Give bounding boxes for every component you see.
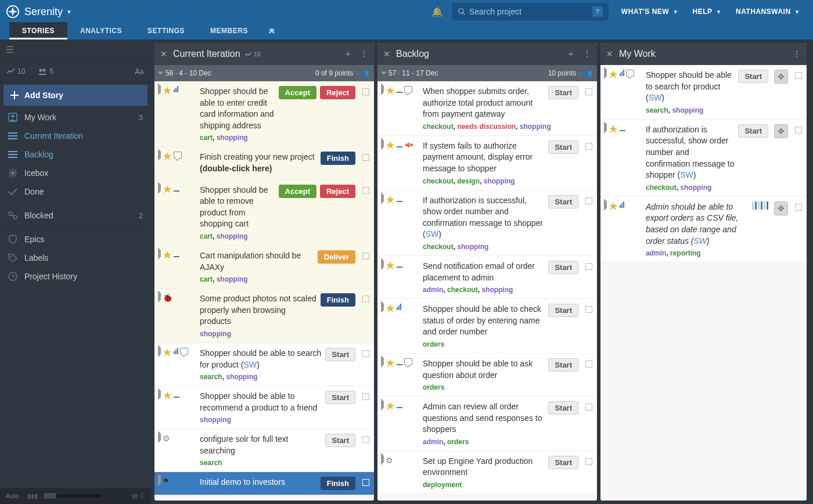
expand-icon[interactable] xyxy=(381,138,384,150)
expand-icon[interactable] xyxy=(381,192,384,204)
start-button[interactable]: Start xyxy=(548,304,578,317)
search-help-icon[interactable]: ? xyxy=(592,6,603,17)
project-name[interactable]: Serenity xyxy=(24,6,63,18)
sidebar-item-done[interactable]: Done xyxy=(0,182,151,201)
drag-handle-icon[interactable]: ✥ xyxy=(774,124,788,138)
expand-icon[interactable] xyxy=(158,345,161,357)
expand-icon[interactable] xyxy=(158,83,161,95)
tab-expand-icon[interactable] xyxy=(261,23,283,39)
search-input[interactable] xyxy=(469,7,592,16)
story-row[interactable]: When shopper submits order, authorize to… xyxy=(377,81,597,136)
iteration-bar[interactable]: 56 · 4 - 10 Dec 0 of 9 points · 👥 xyxy=(154,65,374,81)
story-row[interactable]: Send notification email of order placeme… xyxy=(377,256,597,299)
project-caret-icon[interactable]: ▼ xyxy=(66,9,72,15)
start-button[interactable]: Start xyxy=(548,86,578,99)
story-row[interactable]: Admin should be able to export orders as… xyxy=(600,197,807,262)
expand-icon[interactable] xyxy=(158,388,161,400)
expand-icon[interactable] xyxy=(604,121,607,134)
select-checkbox[interactable] xyxy=(795,204,802,211)
select-checkbox[interactable] xyxy=(362,253,369,260)
expand-icon[interactable] xyxy=(381,258,384,270)
story-row[interactable]: If authorization is successful, show ord… xyxy=(377,190,597,256)
reject-button[interactable]: Reject xyxy=(320,185,355,198)
expand-icon[interactable] xyxy=(604,67,607,79)
tab-members[interactable]: MEMBERS xyxy=(197,22,261,39)
story-row[interactable]: Cart manipulation should be AJAXyDeliver… xyxy=(154,246,374,289)
story-row[interactable]: Shopper should be able to search for pro… xyxy=(154,343,374,386)
members-stat[interactable]: 5 xyxy=(38,67,53,75)
tab-settings[interactable]: SETTINGS xyxy=(135,22,197,39)
notifications-icon[interactable]: 🔔 xyxy=(429,6,446,17)
select-checkbox[interactable] xyxy=(362,436,369,443)
expand-icon[interactable] xyxy=(381,453,384,465)
add-story-button[interactable]: Add Story xyxy=(3,85,148,106)
nav-user[interactable]: NATHANSWAIN▼ xyxy=(729,8,807,16)
sidebar-item-current[interactable]: Current Iteration xyxy=(0,127,151,145)
story-row[interactable]: ⚑Initial demo to investorsFinish xyxy=(154,472,374,495)
hamburger-icon[interactable]: ☰ xyxy=(6,44,23,55)
select-checkbox[interactable] xyxy=(585,263,592,270)
story-row[interactable]: Admin can review all order questions and… xyxy=(377,397,597,451)
story-row[interactable]: ⚙Set up Engine Yard production environme… xyxy=(377,451,597,494)
start-button[interactable]: Start xyxy=(548,195,578,208)
start-button[interactable]: Start xyxy=(325,391,355,404)
start-button[interactable]: Start xyxy=(548,401,578,415)
start-button[interactable]: Start xyxy=(325,434,355,447)
close-icon[interactable]: ✕ xyxy=(383,49,390,59)
start-button[interactable]: Start xyxy=(738,70,768,83)
menu-icon[interactable]: ⋮ xyxy=(793,49,801,59)
menu-icon[interactable]: ⋮ xyxy=(583,49,591,59)
select-checkbox[interactable] xyxy=(585,404,592,411)
close-icon[interactable]: ✕ xyxy=(606,49,613,59)
story-row[interactable]: Shopper should be able to ask question a… xyxy=(377,354,597,397)
start-button[interactable]: Start xyxy=(548,261,578,274)
expand-icon[interactable] xyxy=(381,355,384,368)
search-box[interactable]: ? xyxy=(452,3,609,20)
nav-whatsnew[interactable]: WHAT'S NEW▼ xyxy=(614,8,686,16)
select-checkbox[interactable] xyxy=(585,143,592,150)
expand-icon[interactable] xyxy=(381,398,384,411)
select-checkbox[interactable] xyxy=(362,154,369,161)
select-checkbox[interactable] xyxy=(795,127,802,134)
deliver-button[interactable]: Deliver xyxy=(318,250,355,264)
story-row[interactable]: Shopper should be able to remove product… xyxy=(154,180,374,246)
reject-button[interactable]: Reject xyxy=(320,86,355,99)
select-checkbox[interactable] xyxy=(362,296,369,303)
story-row[interactable]: Shopper should be able to enter credit c… xyxy=(154,81,374,147)
sidebar-item-mywork[interactable]: My Work3 xyxy=(0,108,151,127)
expand-icon[interactable] xyxy=(158,290,161,303)
select-checkbox[interactable] xyxy=(362,350,369,357)
start-button[interactable]: Start xyxy=(548,141,578,154)
nav-help[interactable]: HELP▼ xyxy=(686,8,729,16)
start-button[interactable]: Start xyxy=(738,124,768,138)
select-checkbox[interactable] xyxy=(795,72,802,79)
finish-button[interactable]: Finish xyxy=(321,477,355,490)
expand-icon[interactable] xyxy=(381,301,384,313)
close-icon[interactable]: ✕ xyxy=(160,49,167,59)
drag-handle-icon[interactable]: ✥ xyxy=(774,70,788,84)
menu-icon[interactable]: ⋮ xyxy=(360,49,368,59)
tab-stories[interactable]: STORIES xyxy=(9,22,67,39)
start-button[interactable]: Start xyxy=(548,358,578,372)
sidebar-item-history[interactable]: Project History xyxy=(0,267,151,286)
accept-button[interactable]: Accept xyxy=(279,185,316,198)
density-slider[interactable] xyxy=(44,494,102,498)
sidebar-item-epics[interactable]: Epics xyxy=(0,230,151,249)
start-button[interactable]: Start xyxy=(325,348,355,361)
select-checkbox[interactable] xyxy=(585,458,592,465)
expand-icon[interactable] xyxy=(158,247,161,260)
story-row[interactable]: ⚙configure solr for full text searchingS… xyxy=(154,429,374,472)
story-row[interactable]: Finish creating your new project (double… xyxy=(154,147,374,179)
finish-button[interactable]: Finish xyxy=(321,293,355,307)
story-row[interactable]: 🐞Some product photos not scaled properly… xyxy=(154,289,374,343)
select-checkbox[interactable] xyxy=(585,361,592,368)
expand-icon[interactable] xyxy=(381,83,384,95)
font-size-toggle[interactable]: AA xyxy=(135,67,144,76)
accept-button[interactable]: Accept xyxy=(279,86,316,99)
estimate-bars-icon[interactable] xyxy=(752,201,768,210)
story-row[interactable]: Shopper should be able to search for pro… xyxy=(600,65,807,120)
select-checkbox[interactable] xyxy=(362,88,369,95)
select-checkbox[interactable] xyxy=(585,88,592,95)
select-checkbox[interactable] xyxy=(585,306,592,313)
finish-button[interactable]: Finish xyxy=(321,152,355,165)
